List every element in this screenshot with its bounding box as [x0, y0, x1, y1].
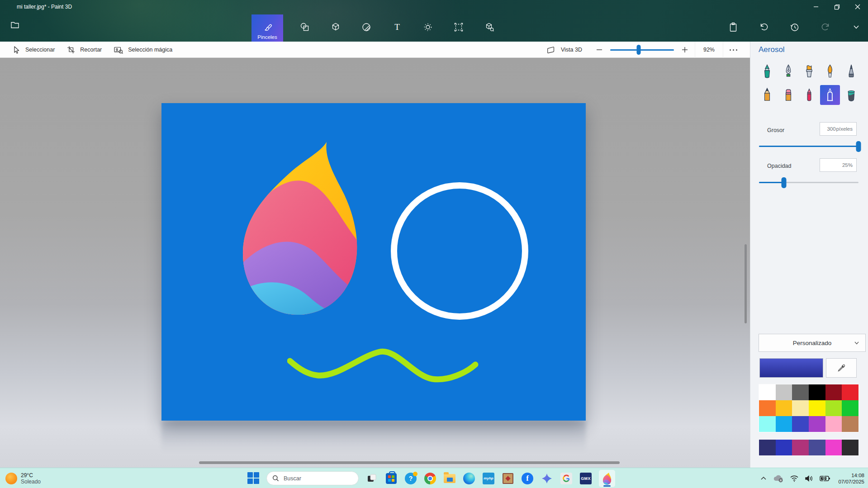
palette-swatch[interactable] — [825, 400, 842, 416]
brush-fill[interactable] — [841, 85, 861, 105]
view-3d-button[interactable]: Vista 3D — [546, 45, 582, 54]
history-icon — [789, 22, 800, 33]
palette-swatch[interactable] — [759, 400, 776, 416]
tab-brushes[interactable]: Pinceles — [251, 14, 283, 42]
wifi-icon[interactable] — [790, 475, 799, 482]
palette-swatch[interactable] — [809, 384, 825, 400]
palette-swatch[interactable] — [776, 440, 792, 455]
more-options-button[interactable] — [723, 49, 744, 51]
crop-label: Recortar — [80, 47, 102, 53]
weather-widget[interactable]: 29°C Soleado — [5, 468, 41, 488]
tab-text[interactable]: T — [388, 18, 406, 36]
palette-swatch[interactable] — [809, 400, 825, 416]
palette-swatch[interactable] — [825, 384, 842, 400]
tab-canvas[interactable] — [450, 18, 468, 36]
tab-2d-shapes[interactable] — [296, 18, 314, 36]
search-input[interactable]: Buscar — [266, 471, 359, 485]
opacity-slider[interactable] — [759, 182, 859, 183]
brush-marker[interactable] — [757, 62, 777, 81]
gallery-app-button[interactable] — [502, 472, 514, 485]
opacity-input[interactable]: 25% — [820, 158, 857, 172]
palette-swatch[interactable] — [842, 384, 859, 400]
onedrive-paused-icon[interactable] — [773, 474, 784, 483]
palette-swatch[interactable] — [792, 416, 809, 432]
task-view-button[interactable] — [365, 472, 378, 485]
palette-swatch[interactable] — [776, 416, 792, 432]
minimize-button[interactable] — [806, 0, 826, 14]
vertical-scrollbar[interactable] — [745, 244, 747, 323]
palette-dropdown[interactable]: Personalizado — [759, 334, 866, 352]
volume-icon[interactable] — [805, 475, 814, 482]
thickness-slider[interactable] — [759, 146, 859, 147]
brush-spray-can[interactable] — [820, 85, 840, 105]
brush-pixel-pen[interactable] — [841, 62, 861, 81]
eyedropper-button[interactable] — [826, 358, 857, 378]
tab-3d-library[interactable] — [480, 18, 498, 36]
palette-swatch[interactable] — [842, 416, 859, 432]
crop-button[interactable]: Recortar — [66, 45, 102, 54]
tab-3d-shapes[interactable] — [327, 18, 345, 36]
chrome-button[interactable] — [424, 472, 436, 485]
thickness-input[interactable]: 300píxeles — [820, 122, 857, 136]
marker-icon — [760, 64, 774, 79]
palette-swatch[interactable] — [842, 400, 859, 416]
brush-pencil[interactable] — [757, 85, 777, 105]
google-button[interactable] — [560, 472, 573, 485]
thickness-slider-thumb[interactable] — [856, 141, 861, 152]
palette-swatch[interactable] — [792, 440, 809, 455]
brush-eraser[interactable] — [778, 85, 798, 105]
copilot-button[interactable] — [541, 472, 553, 485]
zoom-value[interactable]: 92% — [695, 42, 723, 58]
tab-effects[interactable] — [419, 18, 437, 36]
palette-swatch[interactable] — [776, 400, 792, 416]
tab-stickers[interactable] — [357, 18, 375, 36]
horizontal-scrollbar[interactable] — [199, 461, 620, 464]
clock-widget[interactable]: 14:08 07/07/2025 — [838, 472, 864, 485]
facebook-icon: f — [522, 473, 533, 484]
palette-swatch[interactable] — [842, 440, 859, 455]
palette-swatch[interactable] — [792, 400, 809, 416]
drawing-canvas[interactable] — [161, 103, 586, 421]
palette-swatch[interactable] — [776, 384, 792, 400]
undo-icon — [759, 22, 769, 33]
menu-button[interactable] — [8, 18, 22, 32]
brush-calligraphy-pen[interactable] — [778, 62, 798, 81]
start-button[interactable] — [247, 472, 260, 485]
brush-oil[interactable] — [799, 62, 819, 81]
select-button[interactable]: Seleccionar — [12, 45, 55, 54]
redo-button[interactable] — [816, 18, 835, 36]
myhp-button[interactable]: myhp — [482, 472, 495, 485]
current-color-swatch[interactable] — [759, 358, 823, 378]
zoom-in-icon[interactable] — [681, 46, 688, 53]
help-app-button[interactable]: ? — [404, 472, 417, 485]
zoom-out-icon[interactable] — [596, 46, 603, 53]
paste-button[interactable] — [724, 18, 742, 36]
opacity-slider-thumb[interactable] — [782, 177, 787, 188]
palette-swatch[interactable] — [809, 440, 825, 455]
file-explorer-button[interactable] — [443, 472, 456, 485]
brush-crayon[interactable] — [799, 85, 819, 105]
edge-button[interactable] — [463, 472, 475, 485]
close-button[interactable] — [847, 0, 868, 14]
zoom-slider[interactable] — [610, 49, 674, 51]
palette-swatch[interactable] — [809, 416, 825, 432]
palette-swatch[interactable] — [825, 440, 842, 455]
undo-button[interactable] — [755, 18, 773, 36]
gmx-button[interactable]: GMX — [579, 472, 592, 485]
palette-swatch[interactable] — [825, 416, 842, 432]
palette-swatch[interactable] — [759, 440, 776, 455]
palette-swatch[interactable] — [759, 384, 776, 400]
facebook-button[interactable]: f — [521, 472, 534, 485]
restore-button[interactable] — [826, 0, 847, 14]
zoom-slider-thumb[interactable] — [637, 45, 641, 55]
brush-watercolor[interactable] — [820, 62, 840, 81]
tray-expand-icon[interactable] — [760, 475, 767, 482]
palette-swatch[interactable] — [792, 384, 809, 400]
magic-select-button[interactable]: Selección mágica — [114, 45, 172, 54]
history-button[interactable] — [786, 18, 804, 36]
ribbon-expand-button[interactable] — [847, 18, 865, 36]
battery-icon[interactable] — [820, 475, 830, 482]
store-button[interactable] — [385, 472, 398, 485]
paint3d-taskbar-button[interactable] — [599, 470, 615, 487]
palette-swatch[interactable] — [759, 416, 776, 432]
